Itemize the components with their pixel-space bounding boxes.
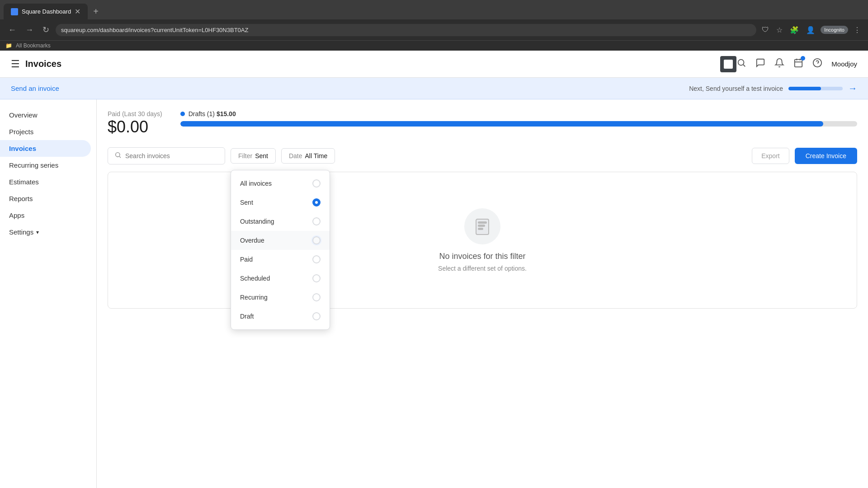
app-header: ☰ Invoices Moodjoy xyxy=(0,51,868,78)
empty-title-text: No xyxy=(439,252,452,261)
filter-option-radio xyxy=(312,293,321,301)
sidebar-item-reports[interactable]: Reports xyxy=(0,190,91,207)
search-icon xyxy=(114,151,122,160)
user-name[interactable]: Moodjoy xyxy=(831,60,857,68)
profile-icon[interactable]: 👤 xyxy=(804,24,817,36)
new-tab-button[interactable]: + xyxy=(90,5,102,19)
filter-option-label: Sent xyxy=(240,199,253,206)
filter-dropdown-container: Filter Sent All invoices Sent xyxy=(231,148,276,164)
bookmarks-label: All Bookmarks xyxy=(16,42,51,49)
menu-icon[interactable]: ⋮ xyxy=(852,24,863,36)
star-icon[interactable]: ☆ xyxy=(774,24,784,36)
banner-arrow[interactable]: → xyxy=(848,83,857,94)
incognito-badge: Incognito xyxy=(821,26,848,34)
menu-button[interactable]: ☰ xyxy=(11,58,20,70)
empty-state-subtitle: Select a different set of options. xyxy=(438,265,527,272)
filter-option-scheduled[interactable]: Scheduled xyxy=(231,269,330,288)
stats-drafts: Drafts (1) $15.00 xyxy=(180,110,857,117)
svg-point-10 xyxy=(116,153,120,157)
progress-bar xyxy=(180,121,857,127)
tab-bar: Square Dashboard ✕ + xyxy=(0,0,868,19)
promo-banner: Send an invoice Next, Send yourself a te… xyxy=(0,78,868,99)
stats-paid-label: Paid (Last 30 days) xyxy=(108,110,162,117)
notifications-button[interactable] xyxy=(774,58,784,70)
empty-state: No invoices for this filter Select a dif… xyxy=(429,181,536,299)
sidebar-item-estimates[interactable]: Estimates xyxy=(0,174,91,190)
date-filter-button[interactable]: Date All Time xyxy=(281,148,335,164)
forward-button[interactable]: → xyxy=(23,23,36,37)
active-tab[interactable]: Square Dashboard ✕ xyxy=(4,4,88,19)
filter-option-paid[interactable]: Paid xyxy=(231,250,330,269)
sidebar-item-projects[interactable]: Projects xyxy=(0,123,91,140)
settings-chevron-icon: ▾ xyxy=(36,229,39,235)
filter-value: Sent xyxy=(255,152,268,160)
toolbar: Filter Sent All invoices Sent xyxy=(108,147,857,164)
search-input[interactable] xyxy=(125,152,218,160)
filter-option-radio xyxy=(312,255,321,263)
sidebar-item-overview[interactable]: Overview xyxy=(0,107,91,123)
browser-chrome: Square Dashboard ✕ + ← → ↻ 🛡 ☆ 🧩 👤 Incog… xyxy=(0,0,868,51)
main-content: Overview Projects Invoices Recurring ser… xyxy=(0,99,868,488)
shield-icon[interactable]: 🛡 xyxy=(760,24,771,36)
search-box xyxy=(108,147,225,164)
stats-right: Drafts (1) $15.00 xyxy=(180,110,857,127)
svg-line-3 xyxy=(744,65,745,66)
tab-close-btn[interactable]: ✕ xyxy=(75,7,80,16)
svg-rect-4 xyxy=(795,60,802,67)
extensions-icon[interactable]: 🧩 xyxy=(788,24,801,36)
svg-rect-15 xyxy=(478,228,483,230)
stats-period: (Last 30 days) xyxy=(122,110,162,117)
svg-rect-1 xyxy=(724,60,733,69)
messages-button[interactable] xyxy=(755,58,765,70)
svg-line-11 xyxy=(119,156,121,158)
filter-option-outstanding[interactable]: Outstanding xyxy=(231,212,330,231)
back-button[interactable]: ← xyxy=(5,23,19,37)
drafts-label: Drafts (1) $15.00 xyxy=(189,110,236,117)
calendar-button[interactable] xyxy=(793,58,803,70)
address-bar[interactable] xyxy=(56,24,756,36)
filter-option-radio xyxy=(312,179,321,188)
filter-option-radio xyxy=(312,217,321,225)
banner-next-text: Next, Send yourself a test invoice xyxy=(689,85,783,92)
filter-option-sent[interactable]: Sent xyxy=(231,193,330,212)
banner-right: Next, Send yourself a test invoice → xyxy=(689,83,857,94)
content-body: No invoices for this filter Select a dif… xyxy=(108,172,857,309)
refresh-button[interactable]: ↻ xyxy=(40,23,52,37)
filter-option-draft[interactable]: Draft xyxy=(231,307,330,326)
app-container: ☰ Invoices Moodjoy xyxy=(0,51,868,488)
search-button[interactable] xyxy=(736,58,746,70)
sidebar-item-apps[interactable]: Apps xyxy=(0,207,91,224)
svg-rect-13 xyxy=(478,222,486,223)
filter-option-label: Scheduled xyxy=(240,275,270,282)
filter-option-label: Outstanding xyxy=(240,218,274,225)
send-invoice-link[interactable]: Send an invoice xyxy=(11,84,59,92)
header-right: Moodjoy xyxy=(736,58,857,70)
filter-button[interactable]: Filter Sent xyxy=(231,148,276,164)
square-logo xyxy=(720,56,736,72)
sidebar-item-invoices[interactable]: Invoices xyxy=(0,140,91,157)
sidebar: Overview Projects Invoices Recurring ser… xyxy=(0,99,97,488)
drafts-dot xyxy=(180,112,185,116)
sidebar-item-recurring-series[interactable]: Recurring series xyxy=(0,157,91,174)
help-button[interactable] xyxy=(812,58,822,70)
export-button[interactable]: Export xyxy=(752,148,789,164)
svg-rect-14 xyxy=(478,225,485,226)
filter-option-radio-selected xyxy=(312,198,321,206)
bookmarks-bar: 📁 All Bookmarks xyxy=(0,40,868,51)
stats-paid: Paid (Last 30 days) $0.00 xyxy=(108,110,162,136)
filter-option-all-invoices[interactable]: All invoices xyxy=(231,174,330,193)
filter-option-label: Recurring xyxy=(240,294,268,301)
filter-dropdown-menu: All invoices Sent Outstanding Overd xyxy=(231,170,330,330)
filter-option-radio-hover xyxy=(312,236,321,244)
filter-option-recurring[interactable]: Recurring xyxy=(231,288,330,307)
page-title: Invoices xyxy=(25,59,720,69)
stats-amount: $0.00 xyxy=(108,117,162,136)
filter-option-overdue[interactable]: Overdue xyxy=(231,231,330,250)
create-invoice-button[interactable]: Create Invoice xyxy=(795,148,857,164)
content-area: Paid (Last 30 days) $0.00 Drafts (1) $15… xyxy=(97,99,868,488)
toolbar-right: Export Create Invoice xyxy=(752,148,857,164)
svg-point-2 xyxy=(738,60,744,66)
progress-bar-fill xyxy=(180,121,823,127)
empty-icon xyxy=(464,208,500,244)
sidebar-item-settings[interactable]: Settings ▾ xyxy=(0,224,91,240)
